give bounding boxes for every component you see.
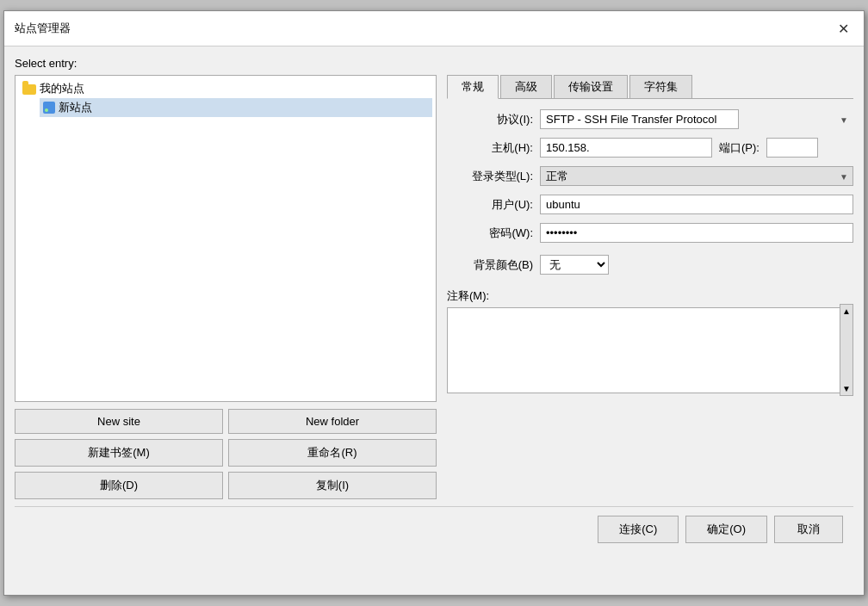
rename-button[interactable]: 重命名(R)	[228, 439, 437, 467]
site-manager-dialog: 站点管理器 ✕ Select entry: 我的站点 新站点	[3, 10, 865, 596]
tab-advanced[interactable]: 高级	[500, 75, 552, 98]
server-icon	[43, 102, 55, 114]
login-type-select-wrapper: 正常	[540, 166, 853, 186]
main-content: 我的站点 新站点 New site New folder 新建书签(M) 重命名…	[15, 75, 853, 499]
copy-button[interactable]: 复制(I)	[228, 472, 437, 499]
user-label: 用户(U):	[447, 197, 533, 213]
protocol-label: 协议(I):	[447, 112, 533, 127]
host-label: 主机(H):	[447, 140, 533, 156]
scrollbar-down[interactable]: ▼	[842, 384, 851, 393]
dialog-title: 站点管理器	[15, 21, 71, 36]
tree-server-item[interactable]: 新站点	[40, 98, 432, 117]
protocol-select[interactable]: SFTP - SSH File Transfer Protocol	[540, 109, 739, 129]
title-bar: 站点管理器 ✕	[4, 11, 864, 46]
dialog-body: Select entry: 我的站点 新站点	[4, 46, 864, 562]
scrollbar-up[interactable]: ▲	[842, 306, 851, 316]
form-section: 协议(I): SFTP - SSH File Transfer Protocol…	[447, 109, 853, 396]
notes-label: 注释(M):	[447, 288, 853, 304]
select-entry-label: Select entry:	[15, 57, 853, 70]
new-folder-button[interactable]: New folder	[228, 409, 437, 434]
bg-color-row: 背景颜色(B) 无	[447, 255, 853, 275]
login-type-row: 登录类型(L): 正常	[447, 166, 853, 186]
protocol-row: 协议(I): SFTP - SSH File Transfer Protocol	[447, 109, 853, 129]
tab-transfer[interactable]: 传输设置	[554, 75, 628, 98]
password-label: 密码(W):	[447, 226, 533, 241]
folder-label: 我的站点	[40, 81, 84, 96]
notes-textarea[interactable]	[447, 307, 853, 393]
password-input[interactable]	[540, 223, 853, 243]
user-input[interactable]	[540, 195, 853, 214]
connect-button[interactable]: 连接(C)	[598, 516, 679, 543]
user-row: 用户(U):	[447, 195, 853, 214]
protocol-select-wrapper: SFTP - SSH File Transfer Protocol	[540, 109, 853, 129]
notes-section: 注释(M): ▲ ▼	[447, 283, 853, 396]
folder-icon	[22, 84, 36, 95]
new-bookmark-button[interactable]: 新建书签(M)	[15, 439, 223, 467]
login-type-select[interactable]: 正常	[540, 166, 853, 186]
bottom-buttons: 连接(C) 确定(O) 取消	[15, 506, 853, 552]
tabs: 常规 高级 传输设置 字符集	[447, 75, 853, 99]
action-buttons: New site New folder 新建书签(M) 重命名(R) 删除(D)…	[15, 409, 437, 499]
host-row: 主机(H): 端口(P):	[447, 138, 853, 158]
new-site-button[interactable]: New site	[15, 409, 223, 434]
tree-children: 新站点	[19, 98, 432, 117]
cancel-button[interactable]: 取消	[774, 516, 843, 543]
port-label: 端口(P):	[719, 140, 760, 156]
server-label: 新站点	[59, 100, 92, 115]
login-type-label: 登录类型(L):	[447, 169, 533, 184]
tab-charset[interactable]: 字符集	[629, 75, 692, 98]
bg-color-select[interactable]: 无	[540, 255, 609, 275]
port-input[interactable]	[766, 138, 818, 158]
ok-button[interactable]: 确定(O)	[685, 516, 767, 543]
site-tree[interactable]: 我的站点 新站点	[15, 75, 437, 402]
left-panel: 我的站点 新站点 New site New folder 新建书签(M) 重命名…	[15, 75, 437, 499]
tab-general[interactable]: 常规	[447, 75, 499, 99]
bg-color-label: 背景颜色(B)	[447, 257, 533, 273]
tree-folder-item[interactable]: 我的站点	[19, 79, 432, 98]
delete-button[interactable]: 删除(D)	[15, 472, 223, 499]
password-row: 密码(W):	[447, 223, 853, 243]
right-panel: 常规 高级 传输设置 字符集 协议(I): SFTP - SSH File Tr…	[447, 75, 853, 499]
host-input[interactable]	[540, 138, 712, 158]
close-button[interactable]: ✕	[833, 18, 853, 39]
